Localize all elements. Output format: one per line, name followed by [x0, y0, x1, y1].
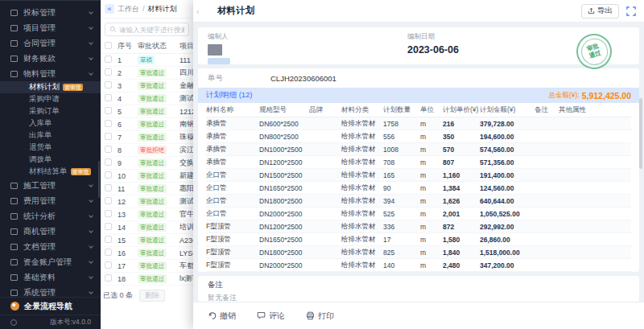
list-row[interactable]: 13 审批通过 官牛牛	[101, 208, 193, 221]
sidebar-item-b5[interactable]: 资金账户管理	[0, 254, 101, 269]
row-checkbox[interactable]	[105, 158, 112, 166]
list-row[interactable]: 9 审批通过 交换机	[101, 157, 193, 170]
bid-icon	[10, 10, 18, 16]
sidebar-item-b6[interactable]: 基础资料	[0, 269, 101, 285]
mcell-3: 给排水管材	[341, 248, 383, 257]
row-checkbox[interactable]	[105, 146, 112, 153]
row-checkbox[interactable]	[105, 94, 112, 101]
export-button[interactable]: 导出	[581, 4, 619, 19]
mcell-7: 347,200.00	[480, 261, 535, 269]
list-row[interactable]: 4 审批通过 测试1	[101, 93, 193, 105]
material-row[interactable]: 承插管DN1000*2500给排水管材1008m570574,560.00	[206, 143, 631, 156]
sidebar-subitem-2[interactable]: 采购订单	[0, 105, 101, 117]
select-all-checkbox[interactable]	[105, 42, 112, 49]
row-checkbox[interactable]	[105, 236, 112, 243]
material-row[interactable]: F型顶管DN1650*2500给排水管材17m1,58026,860.00	[206, 233, 631, 246]
mcell-0: 企口管	[206, 196, 259, 206]
sidebar-item-b4[interactable]: 文档管理	[0, 239, 101, 254]
sidebar-subitem-0[interactable]: 材料计划 需审批	[0, 81, 101, 93]
list-row[interactable]: 3 审批通过 金融大厦采购	[101, 80, 193, 93]
material-row[interactable]: 企口管DN2000*2500给排水管材525m2,0011,050,525.00	[206, 208, 631, 220]
row-checkbox[interactable]	[105, 68, 112, 76]
list-row[interactable]: 18 审批通过 lx测试2	[101, 273, 193, 286]
material-row[interactable]: F型顶管DN2000*2500给排水管材140m2,480347,200.00	[206, 259, 631, 272]
material-row[interactable]: F型顶管DN1800*2500给排水管材825m1,8401,518,000.0…	[206, 246, 631, 259]
drawer-title: 材料计划	[217, 5, 254, 17]
material-row[interactable]: 企口管DN1500*2500给排水管材165m1,160191,400.00	[206, 169, 631, 182]
row-checkbox[interactable]	[105, 261, 112, 269]
list-row[interactable]: 8 审批拒绝 滨江花城10	[101, 144, 193, 157]
row-checkbox[interactable]	[105, 184, 112, 191]
material-row[interactable]: 承插管DN800*2500给排水管材556m350194,600.00	[206, 130, 631, 143]
footer-comment-button[interactable]: 评论	[257, 310, 285, 322]
mcol-3: 材料分类	[341, 105, 383, 115]
row-checkbox[interactable]	[105, 249, 112, 256]
breadcrumb-root[interactable]: 工作台	[118, 4, 139, 14]
chevron-down-icon	[89, 228, 93, 233]
list-rows: 1 草稿 111 2 审批通过 四川市政项目 3 审批通过 金融大厦采购 4 审…	[101, 54, 193, 286]
expense-icon	[10, 198, 18, 204]
sidebar-subitem-7[interactable]: 材料结算单 需审批	[0, 166, 101, 178]
material-row[interactable]: 企口管DN1800*2500给排水管材394m1,626640,644.00	[206, 195, 631, 208]
footer-print-button[interactable]: 打印	[306, 310, 334, 322]
material-row[interactable]: 承插管DN1200*2500给排水管材708m807571,356.00	[206, 156, 631, 169]
sidebar-item-1[interactable]: 项目管理	[0, 20, 101, 35]
breadcrumb-back-icon[interactable]: «	[105, 4, 114, 14]
material-row[interactable]: 企口管DN1650*2500给排水管材90m1,384124,560.00	[206, 182, 631, 195]
list-row[interactable]: 15 审批通过 A23G2511	[101, 234, 193, 247]
row-checkbox[interactable]	[105, 133, 112, 140]
status-badge: 草稿	[138, 56, 155, 64]
list-row[interactable]: 5 审批通过 1212	[101, 105, 193, 118]
row-project: LYSC	[180, 249, 193, 257]
row-checkbox[interactable]	[105, 81, 112, 88]
sidebar-subitem-4[interactable]: 出库单	[0, 130, 101, 142]
sidebar-item-0[interactable]: 投标管理	[0, 5, 101, 20]
sidebar-subitem-5[interactable]: 退货单	[0, 142, 101, 154]
row-checkbox[interactable]	[105, 107, 112, 114]
list-row[interactable]: 6 审批通过 南钢盛达大厦	[101, 118, 193, 131]
list-row[interactable]: 17 审批通过 车都大厦	[101, 260, 193, 273]
material-row[interactable]: F型顶管DN1200*2500给排水管材336m872292,992.00	[206, 220, 631, 233]
sidebar-item-b0[interactable]: 施工管理	[0, 178, 101, 193]
sidebar-item-b7[interactable]: 系统管理	[0, 285, 101, 297]
sidebar-item-2[interactable]: 合同管理	[0, 35, 101, 51]
row-checkbox[interactable]	[105, 56, 112, 63]
row-checkbox[interactable]	[105, 223, 112, 230]
sidebar-scrollbar[interactable]	[98, 161, 100, 198]
sidebar-item-4[interactable]: 物料管理	[0, 66, 101, 81]
sidebar-subitem-3[interactable]: 入库单	[0, 117, 101, 130]
row-project: 官牛牛	[180, 209, 193, 220]
search-box[interactable]	[105, 23, 189, 36]
fullscreen-icon[interactable]	[626, 6, 636, 16]
mcell-0: 企口管	[206, 209, 259, 219]
drawer-scrollbar[interactable]	[639, 98, 642, 169]
sidebar-item-b1[interactable]: 费用管理	[0, 193, 101, 208]
row-checkbox[interactable]	[105, 120, 112, 127]
total-value: 5,912,425.00	[582, 91, 631, 101]
list-row[interactable]: 16 审批通过 LYSC	[101, 247, 193, 260]
list-row[interactable]: 10 审批通过 新建工程-复	[101, 170, 193, 183]
support-icon[interactable]	[10, 319, 17, 326]
sidebar-menu: 投标管理 项目管理 合同管理 财务账款 物料管理 材料计划 需审批 采购申请 采…	[0, 0, 101, 297]
sidebar-item-3[interactable]: 财务账款	[0, 51, 101, 66]
panorama-nav-button[interactable]: 全景流程导航	[0, 297, 101, 315]
sidebar-subitem-6[interactable]: 调拨单	[0, 154, 101, 166]
list-row[interactable]: 7 审批通过 珠穆朗玛峰	[101, 131, 193, 144]
search-input[interactable]	[119, 26, 184, 34]
row-checkbox[interactable]	[105, 197, 112, 204]
sidebar-subitem-1[interactable]: 采购申请	[0, 93, 101, 105]
material-row[interactable]: 承插管DN600*2500给排水管材1758m216379,728.00	[206, 117, 631, 130]
list-row[interactable]: 2 审批通过 四川市政项目	[101, 67, 193, 80]
row-checkbox[interactable]	[105, 274, 112, 282]
delete-button[interactable]: 删除	[139, 290, 165, 302]
row-checkbox[interactable]	[105, 171, 112, 179]
list-row[interactable]: 12 审批通过 测试三环路	[101, 195, 193, 208]
list-row[interactable]: 11 审批通过 惠阳项目	[101, 183, 193, 195]
sidebar-item-b2[interactable]: 统计分析	[0, 208, 101, 224]
list-row[interactable]: 1 草稿 111	[101, 54, 193, 67]
row-checkbox[interactable]	[105, 210, 112, 217]
list-row[interactable]: 14 审批通过 培训425	[101, 221, 193, 234]
footer-undo-button[interactable]: 撤销	[208, 310, 236, 322]
sidebar-item-b3[interactable]: 商机管理	[0, 224, 101, 239]
drawer-collapse-icon[interactable]: ‹	[196, 6, 204, 16]
